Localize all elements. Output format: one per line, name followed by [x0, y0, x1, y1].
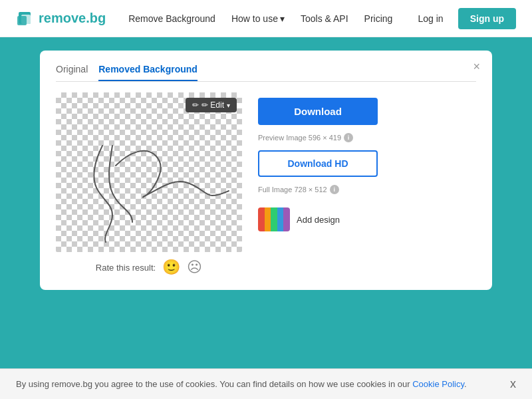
chevron-down-icon: ▾: [280, 13, 285, 24]
design-thumbnail: [258, 207, 290, 231]
cookie-close-button[interactable]: x: [510, 377, 516, 391]
nav-how-to-use[interactable]: How to use ▾: [225, 11, 291, 27]
download-hd-button[interactable]: Download HD: [258, 150, 378, 177]
login-button[interactable]: Log in: [410, 9, 452, 28]
nav-remove-background[interactable]: Remove Background: [122, 11, 222, 27]
nav-links: Remove Background How to use ▾ Tools & A…: [122, 11, 404, 27]
logo-text: remove.bg: [39, 11, 106, 26]
result-card: Original Removed Background ×: [40, 51, 492, 290]
logo[interactable]: remove.bg: [16, 9, 106, 28]
nav-pricing[interactable]: Pricing: [358, 11, 400, 27]
edit-label: ✏ Edit: [201, 100, 224, 110]
preview-info: Preview Image 596 × 419 i: [258, 133, 378, 142]
signup-button[interactable]: Sign up: [458, 8, 516, 29]
card-content: ✏ ✏ Edit ▾ Rate this result: 🙂 ☹ Downloa…: [56, 92, 476, 276]
svg-rect-2: [17, 16, 27, 25]
main-area: Original Removed Background ×: [0, 37, 532, 303]
full-info-icon: i: [330, 185, 339, 194]
nav-auth: Log in Sign up: [410, 8, 516, 29]
image-area: ✏ ✏ Edit ▾: [56, 92, 242, 252]
card-tabs: Original Removed Background: [56, 64, 476, 82]
navbar: remove.bg Remove Background How to use ▾…: [0, 0, 532, 37]
cookie-policy-link[interactable]: Cookie Policy: [412, 379, 464, 389]
image-container: ✏ ✏ Edit ▾ Rate this result: 🙂 ☹: [56, 92, 242, 276]
rating-text: Rate this result:: [96, 263, 156, 273]
preview-info-icon: i: [344, 133, 353, 142]
logo-icon: [16, 9, 35, 28]
edit-button[interactable]: ✏ ✏ Edit ▾: [186, 98, 237, 112]
download-button[interactable]: Download: [258, 98, 378, 125]
image-canvas: [56, 92, 242, 252]
thumbs-up-icon[interactable]: 🙂: [162, 259, 180, 276]
tab-original[interactable]: Original: [56, 64, 88, 81]
full-info: Full Image 728 × 512 i: [258, 185, 378, 194]
signature-image: [56, 92, 242, 252]
close-button[interactable]: ×: [473, 60, 480, 74]
add-design-area: Add design: [258, 207, 378, 231]
nav-tools-api[interactable]: Tools & API: [294, 11, 355, 27]
add-design-link[interactable]: Add design: [297, 215, 340, 225]
cookie-text: By using remove.bg you agree to the use …: [16, 379, 467, 389]
tab-removed-background[interactable]: Removed Background: [98, 64, 198, 81]
cookie-banner: By using remove.bg you agree to the use …: [0, 368, 532, 399]
right-panel: Download Preview Image 596 × 419 i Downl…: [258, 92, 378, 231]
edit-icon: ✏: [192, 100, 199, 110]
edit-dropdown-arrow: ▾: [227, 102, 230, 109]
thumbs-down-icon[interactable]: ☹: [187, 259, 202, 276]
rating-area: Rate this result: 🙂 ☹: [56, 259, 242, 276]
